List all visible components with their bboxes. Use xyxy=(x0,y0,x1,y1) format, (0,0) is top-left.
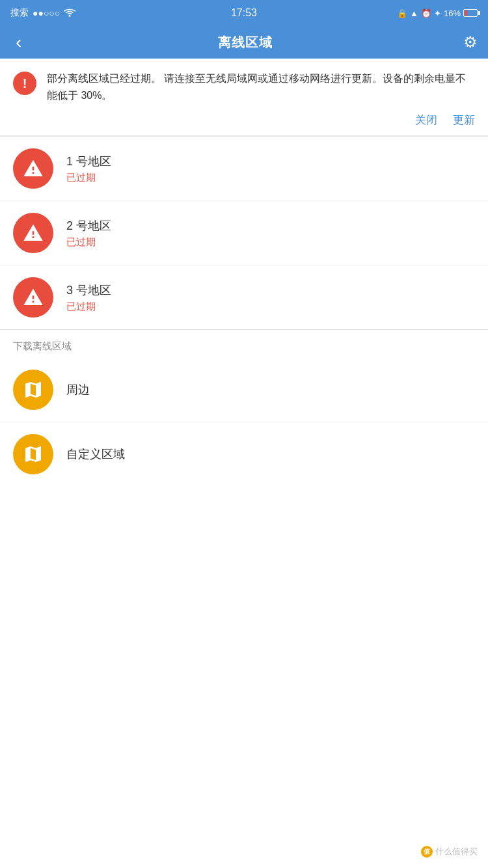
settings-button[interactable]: ⚙ xyxy=(463,33,478,51)
nav-bar: ‹ 离线区域 ⚙ xyxy=(0,26,488,59)
download-section-header: 下载离线区域 xyxy=(0,330,488,358)
region-3-status: 已过期 xyxy=(66,301,111,313)
region-1-name: 1 号地区 xyxy=(66,154,111,169)
list-item[interactable]: 2 号地区 已过期 xyxy=(0,201,488,265)
region-1-status: 已过期 xyxy=(66,172,111,184)
close-button[interactable]: 关闭 xyxy=(415,113,437,128)
back-button[interactable]: ‹ xyxy=(10,29,27,55)
watermark-icon: 值 xyxy=(421,846,433,858)
alert-actions: 关闭 更新 xyxy=(47,113,475,128)
watermark-text: 什么值得买 xyxy=(435,846,478,858)
status-left: 搜索 ●●○○○ xyxy=(10,7,166,19)
list-item[interactable]: 1 号地区 已过期 xyxy=(0,137,488,201)
list-item[interactable]: 周边 xyxy=(0,358,488,422)
alarm-icon: ⏰ xyxy=(421,8,431,18)
update-button[interactable]: 更新 xyxy=(453,113,475,128)
battery-icon xyxy=(463,9,478,17)
list-item[interactable]: 自定义区域 xyxy=(0,422,488,486)
status-time: 17:53 xyxy=(166,7,321,19)
app-label: 搜索 xyxy=(10,7,29,19)
wifi-icon xyxy=(64,8,75,19)
status-right: 🔒 ▲ ⏰ ✦ 16% xyxy=(322,8,478,18)
download-section: 周边 自定义区域 xyxy=(0,358,488,486)
alert-error-icon: ! xyxy=(13,72,36,95)
map-icon xyxy=(23,379,44,400)
region-3-text: 3 号地区 已过期 xyxy=(66,282,111,313)
download-custom-icon xyxy=(13,434,53,474)
region-3-name: 3 号地区 xyxy=(66,282,111,298)
location-icon: ▲ xyxy=(410,8,418,18)
alert-message: 部分离线区域已经过期。 请连接至无线局域网或通过移动网络进行更新。设备的剩余电量… xyxy=(47,70,475,103)
download-custom-label: 自定义区域 xyxy=(66,446,125,462)
watermark: 值 什么值得买 xyxy=(421,846,478,858)
bluetooth-icon: ✦ xyxy=(434,8,441,18)
warning-triangle-icon xyxy=(23,287,44,308)
region-error-icon-3 xyxy=(13,277,53,318)
alert-banner: ! 部分离线区域已经过期。 请连接至无线局域网或通过移动网络进行更新。设备的剩余… xyxy=(0,59,488,136)
region-error-icon-2 xyxy=(13,213,53,253)
region-2-text: 2 号地区 已过期 xyxy=(66,218,111,249)
download-nearby-icon xyxy=(13,370,53,410)
download-nearby-label: 周边 xyxy=(66,382,90,398)
map-icon xyxy=(23,444,44,465)
region-2-status: 已过期 xyxy=(66,236,111,249)
alert-content: 部分离线区域已经过期。 请连接至无线局域网或通过移动网络进行更新。设备的剩余电量… xyxy=(47,70,475,128)
warning-triangle-icon xyxy=(23,223,44,243)
signal-dots: ●●○○○ xyxy=(33,8,60,18)
expired-regions-list: 1 号地区 已过期 2 号地区 已过期 3 号地区 已过期 xyxy=(0,137,488,329)
lock-icon: 🔒 xyxy=(397,8,407,18)
page-title: 离线区域 xyxy=(218,34,273,51)
region-error-icon-1 xyxy=(13,148,53,189)
battery-percent: 16% xyxy=(444,8,461,18)
list-item[interactable]: 3 号地区 已过期 xyxy=(0,265,488,329)
region-1-text: 1 号地区 已过期 xyxy=(66,154,111,184)
status-bar: 搜索 ●●○○○ 17:53 🔒 ▲ ⏰ ✦ 16% xyxy=(0,0,488,26)
warning-triangle-icon xyxy=(23,158,44,179)
region-2-name: 2 号地区 xyxy=(66,218,111,234)
